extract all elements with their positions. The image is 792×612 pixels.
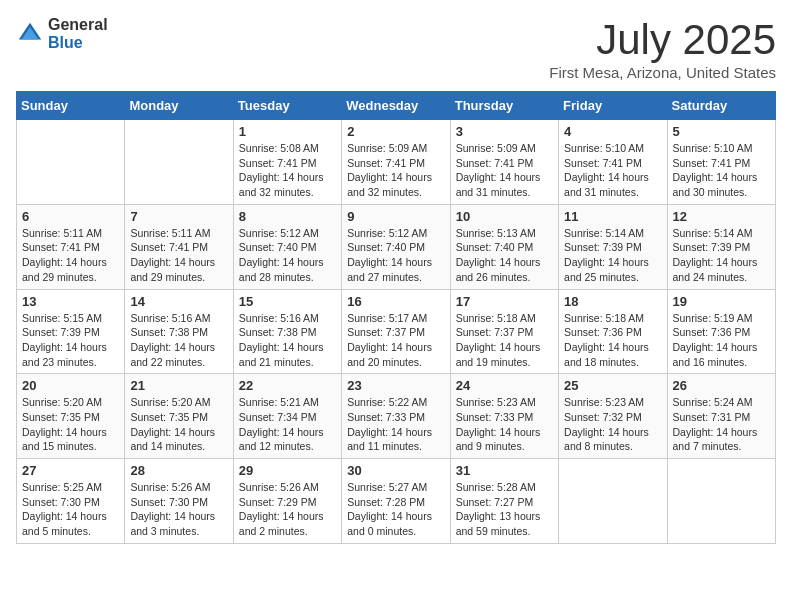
day-info: Sunrise: 5:10 AM Sunset: 7:41 PM Dayligh… bbox=[673, 141, 770, 200]
day-info: Sunrise: 5:10 AM Sunset: 7:41 PM Dayligh… bbox=[564, 141, 661, 200]
calendar-cell bbox=[125, 120, 233, 205]
weekday-header: Monday bbox=[125, 92, 233, 120]
calendar-cell: 6Sunrise: 5:11 AM Sunset: 7:41 PM Daylig… bbox=[17, 204, 125, 289]
calendar-cell: 10Sunrise: 5:13 AM Sunset: 7:40 PM Dayli… bbox=[450, 204, 558, 289]
day-number: 17 bbox=[456, 294, 553, 309]
day-info: Sunrise: 5:18 AM Sunset: 7:37 PM Dayligh… bbox=[456, 311, 553, 370]
calendar-cell: 19Sunrise: 5:19 AM Sunset: 7:36 PM Dayli… bbox=[667, 289, 775, 374]
day-number: 16 bbox=[347, 294, 444, 309]
logo-text: General Blue bbox=[48, 16, 108, 52]
calendar-cell: 15Sunrise: 5:16 AM Sunset: 7:38 PM Dayli… bbox=[233, 289, 341, 374]
day-info: Sunrise: 5:28 AM Sunset: 7:27 PM Dayligh… bbox=[456, 480, 553, 539]
calendar-cell: 11Sunrise: 5:14 AM Sunset: 7:39 PM Dayli… bbox=[559, 204, 667, 289]
calendar-week-row: 6Sunrise: 5:11 AM Sunset: 7:41 PM Daylig… bbox=[17, 204, 776, 289]
calendar-cell: 5Sunrise: 5:10 AM Sunset: 7:41 PM Daylig… bbox=[667, 120, 775, 205]
weekday-header: Sunday bbox=[17, 92, 125, 120]
day-info: Sunrise: 5:23 AM Sunset: 7:33 PM Dayligh… bbox=[456, 395, 553, 454]
calendar-cell: 26Sunrise: 5:24 AM Sunset: 7:31 PM Dayli… bbox=[667, 374, 775, 459]
day-info: Sunrise: 5:27 AM Sunset: 7:28 PM Dayligh… bbox=[347, 480, 444, 539]
calendar-cell: 29Sunrise: 5:26 AM Sunset: 7:29 PM Dayli… bbox=[233, 459, 341, 544]
day-number: 2 bbox=[347, 124, 444, 139]
weekday-header: Friday bbox=[559, 92, 667, 120]
calendar-cell: 22Sunrise: 5:21 AM Sunset: 7:34 PM Dayli… bbox=[233, 374, 341, 459]
day-info: Sunrise: 5:22 AM Sunset: 7:33 PM Dayligh… bbox=[347, 395, 444, 454]
day-info: Sunrise: 5:09 AM Sunset: 7:41 PM Dayligh… bbox=[347, 141, 444, 200]
day-number: 27 bbox=[22, 463, 119, 478]
day-number: 19 bbox=[673, 294, 770, 309]
calendar-cell: 27Sunrise: 5:25 AM Sunset: 7:30 PM Dayli… bbox=[17, 459, 125, 544]
day-number: 4 bbox=[564, 124, 661, 139]
calendar-cell: 24Sunrise: 5:23 AM Sunset: 7:33 PM Dayli… bbox=[450, 374, 558, 459]
calendar-cell: 7Sunrise: 5:11 AM Sunset: 7:41 PM Daylig… bbox=[125, 204, 233, 289]
calendar-cell: 28Sunrise: 5:26 AM Sunset: 7:30 PM Dayli… bbox=[125, 459, 233, 544]
calendar-cell: 31Sunrise: 5:28 AM Sunset: 7:27 PM Dayli… bbox=[450, 459, 558, 544]
day-number: 5 bbox=[673, 124, 770, 139]
day-number: 14 bbox=[130, 294, 227, 309]
calendar-body: 1Sunrise: 5:08 AM Sunset: 7:41 PM Daylig… bbox=[17, 120, 776, 544]
weekday-header-row: SundayMondayTuesdayWednesdayThursdayFrid… bbox=[17, 92, 776, 120]
day-info: Sunrise: 5:11 AM Sunset: 7:41 PM Dayligh… bbox=[130, 226, 227, 285]
calendar-cell: 3Sunrise: 5:09 AM Sunset: 7:41 PM Daylig… bbox=[450, 120, 558, 205]
day-number: 29 bbox=[239, 463, 336, 478]
day-info: Sunrise: 5:16 AM Sunset: 7:38 PM Dayligh… bbox=[130, 311, 227, 370]
calendar-cell: 18Sunrise: 5:18 AM Sunset: 7:36 PM Dayli… bbox=[559, 289, 667, 374]
day-number: 3 bbox=[456, 124, 553, 139]
calendar-cell: 4Sunrise: 5:10 AM Sunset: 7:41 PM Daylig… bbox=[559, 120, 667, 205]
day-info: Sunrise: 5:13 AM Sunset: 7:40 PM Dayligh… bbox=[456, 226, 553, 285]
day-number: 18 bbox=[564, 294, 661, 309]
day-info: Sunrise: 5:20 AM Sunset: 7:35 PM Dayligh… bbox=[22, 395, 119, 454]
day-number: 23 bbox=[347, 378, 444, 393]
day-number: 10 bbox=[456, 209, 553, 224]
calendar: SundayMondayTuesdayWednesdayThursdayFrid… bbox=[16, 91, 776, 544]
day-number: 8 bbox=[239, 209, 336, 224]
day-number: 12 bbox=[673, 209, 770, 224]
calendar-cell: 1Sunrise: 5:08 AM Sunset: 7:41 PM Daylig… bbox=[233, 120, 341, 205]
day-number: 25 bbox=[564, 378, 661, 393]
location: First Mesa, Arizona, United States bbox=[549, 64, 776, 81]
day-number: 26 bbox=[673, 378, 770, 393]
day-number: 31 bbox=[456, 463, 553, 478]
calendar-week-row: 1Sunrise: 5:08 AM Sunset: 7:41 PM Daylig… bbox=[17, 120, 776, 205]
weekday-header: Thursday bbox=[450, 92, 558, 120]
calendar-cell: 20Sunrise: 5:20 AM Sunset: 7:35 PM Dayli… bbox=[17, 374, 125, 459]
day-number: 7 bbox=[130, 209, 227, 224]
day-number: 30 bbox=[347, 463, 444, 478]
calendar-cell: 13Sunrise: 5:15 AM Sunset: 7:39 PM Dayli… bbox=[17, 289, 125, 374]
day-info: Sunrise: 5:18 AM Sunset: 7:36 PM Dayligh… bbox=[564, 311, 661, 370]
day-info: Sunrise: 5:15 AM Sunset: 7:39 PM Dayligh… bbox=[22, 311, 119, 370]
day-number: 1 bbox=[239, 124, 336, 139]
calendar-cell bbox=[667, 459, 775, 544]
calendar-week-row: 13Sunrise: 5:15 AM Sunset: 7:39 PM Dayli… bbox=[17, 289, 776, 374]
calendar-cell: 12Sunrise: 5:14 AM Sunset: 7:39 PM Dayli… bbox=[667, 204, 775, 289]
calendar-cell: 14Sunrise: 5:16 AM Sunset: 7:38 PM Dayli… bbox=[125, 289, 233, 374]
day-info: Sunrise: 5:09 AM Sunset: 7:41 PM Dayligh… bbox=[456, 141, 553, 200]
calendar-header: SundayMondayTuesdayWednesdayThursdayFrid… bbox=[17, 92, 776, 120]
day-number: 21 bbox=[130, 378, 227, 393]
day-number: 13 bbox=[22, 294, 119, 309]
day-info: Sunrise: 5:26 AM Sunset: 7:30 PM Dayligh… bbox=[130, 480, 227, 539]
calendar-week-row: 27Sunrise: 5:25 AM Sunset: 7:30 PM Dayli… bbox=[17, 459, 776, 544]
calendar-cell: 16Sunrise: 5:17 AM Sunset: 7:37 PM Dayli… bbox=[342, 289, 450, 374]
calendar-cell: 30Sunrise: 5:27 AM Sunset: 7:28 PM Dayli… bbox=[342, 459, 450, 544]
page-header: General Blue July 2025 First Mesa, Arizo… bbox=[16, 16, 776, 81]
logo: General Blue bbox=[16, 16, 108, 52]
calendar-cell: 21Sunrise: 5:20 AM Sunset: 7:35 PM Dayli… bbox=[125, 374, 233, 459]
day-info: Sunrise: 5:12 AM Sunset: 7:40 PM Dayligh… bbox=[347, 226, 444, 285]
day-number: 20 bbox=[22, 378, 119, 393]
day-info: Sunrise: 5:20 AM Sunset: 7:35 PM Dayligh… bbox=[130, 395, 227, 454]
day-info: Sunrise: 5:14 AM Sunset: 7:39 PM Dayligh… bbox=[564, 226, 661, 285]
day-number: 11 bbox=[564, 209, 661, 224]
day-info: Sunrise: 5:16 AM Sunset: 7:38 PM Dayligh… bbox=[239, 311, 336, 370]
day-info: Sunrise: 5:14 AM Sunset: 7:39 PM Dayligh… bbox=[673, 226, 770, 285]
calendar-cell: 8Sunrise: 5:12 AM Sunset: 7:40 PM Daylig… bbox=[233, 204, 341, 289]
title-area: July 2025 First Mesa, Arizona, United St… bbox=[549, 16, 776, 81]
calendar-cell: 2Sunrise: 5:09 AM Sunset: 7:41 PM Daylig… bbox=[342, 120, 450, 205]
day-number: 22 bbox=[239, 378, 336, 393]
day-number: 24 bbox=[456, 378, 553, 393]
calendar-cell bbox=[559, 459, 667, 544]
day-info: Sunrise: 5:24 AM Sunset: 7:31 PM Dayligh… bbox=[673, 395, 770, 454]
month-title: July 2025 bbox=[549, 16, 776, 64]
logo-icon bbox=[16, 20, 44, 48]
day-info: Sunrise: 5:17 AM Sunset: 7:37 PM Dayligh… bbox=[347, 311, 444, 370]
day-number: 6 bbox=[22, 209, 119, 224]
